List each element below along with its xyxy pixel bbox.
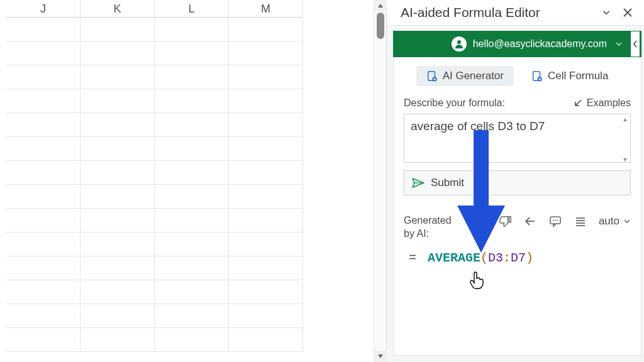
- cell[interactable]: [80, 41, 155, 65]
- cell[interactable]: [80, 137, 155, 161]
- svg-marker-1: [378, 354, 383, 358]
- cell[interactable]: [80, 185, 155, 209]
- cell[interactable]: [229, 304, 303, 328]
- pane-header: AI-aided Formula Editor: [387, 0, 644, 26]
- cell[interactable]: [155, 304, 229, 328]
- column-header[interactable]: M: [229, 0, 303, 18]
- collapse-account-icon[interactable]: [631, 31, 640, 57]
- formula-ref: D7: [511, 251, 526, 265]
- cell[interactable]: [229, 113, 303, 137]
- cell[interactable]: [80, 18, 155, 41]
- cell[interactable]: [80, 65, 155, 89]
- cell[interactable]: [155, 65, 229, 89]
- describe-form: Describe your formula: Examples ▲ ▼: [393, 94, 641, 202]
- cell[interactable]: [80, 256, 155, 280]
- cell[interactable]: [155, 256, 229, 280]
- comment-icon[interactable]: [548, 214, 562, 228]
- cell[interactable]: [6, 65, 80, 89]
- account-dropdown-icon[interactable]: [613, 41, 622, 47]
- cell[interactable]: [229, 65, 303, 89]
- cell[interactable]: [6, 137, 80, 161]
- column-header[interactable]: K: [80, 0, 155, 18]
- describe-label: Describe your formula:: [404, 97, 505, 109]
- cell[interactable]: [229, 328, 303, 352]
- cell[interactable]: [155, 185, 229, 209]
- cell[interactable]: [6, 233, 80, 256]
- auto-dropdown[interactable]: auto: [599, 215, 631, 228]
- cell[interactable]: [80, 161, 155, 185]
- cell[interactable]: [155, 233, 229, 256]
- vertical-scrollbar[interactable]: [374, 0, 386, 362]
- thumb-down-icon[interactable]: [498, 214, 512, 228]
- column-header[interactable]: L: [155, 0, 229, 18]
- svg-marker-0: [378, 4, 383, 8]
- textarea-scroll-up-icon[interactable]: ▲: [621, 116, 629, 123]
- cell[interactable]: [229, 18, 303, 41]
- cell[interactable]: [229, 256, 303, 280]
- cell[interactable]: [80, 280, 155, 304]
- cell[interactable]: [155, 280, 229, 304]
- cell[interactable]: [80, 89, 155, 113]
- cell[interactable]: [6, 161, 80, 185]
- tab-label: AI Generator: [443, 70, 504, 82]
- cell[interactable]: [6, 185, 80, 209]
- cell[interactable]: [155, 18, 229, 41]
- cell[interactable]: [229, 41, 303, 65]
- cell[interactable]: [229, 209, 303, 233]
- cell[interactable]: [6, 256, 80, 280]
- textarea-scroll-down-icon[interactable]: ▼: [621, 156, 629, 163]
- cell[interactable]: [229, 137, 303, 161]
- submit-button[interactable]: Submit: [404, 170, 631, 195]
- tab-label: Cell Formula: [548, 70, 608, 82]
- back-arrow-icon[interactable]: [523, 214, 537, 228]
- cell[interactable]: [80, 209, 155, 233]
- svg-point-20: [557, 220, 558, 221]
- cell[interactable]: [229, 161, 303, 185]
- examples-label: Examples: [587, 97, 631, 109]
- cell[interactable]: [229, 280, 303, 304]
- cell[interactable]: [155, 137, 229, 161]
- cell[interactable]: [80, 328, 155, 352]
- auto-label: auto: [599, 215, 619, 228]
- cell[interactable]: [6, 280, 80, 304]
- thumb-up-icon[interactable]: [473, 214, 487, 228]
- examples-link[interactable]: Examples: [573, 97, 631, 109]
- formula-ref: D3: [488, 251, 503, 265]
- cell[interactable]: [155, 113, 229, 137]
- cell[interactable]: [6, 328, 80, 352]
- generated-area: Generated by AI:: [393, 202, 641, 356]
- cell[interactable]: [155, 41, 229, 65]
- tab-ai-generator[interactable]: AI Generator: [416, 66, 514, 86]
- cell[interactable]: [80, 304, 155, 328]
- cell[interactable]: [80, 233, 155, 256]
- cell[interactable]: [6, 113, 80, 137]
- cell[interactable]: [229, 233, 303, 256]
- cell[interactable]: [6, 41, 80, 65]
- column-header[interactable]: J: [6, 0, 80, 18]
- close-pane-icon[interactable]: [623, 8, 633, 18]
- cell[interactable]: [155, 161, 229, 185]
- cell[interactable]: [229, 89, 303, 113]
- cell[interactable]: [155, 89, 229, 113]
- tab-cell-formula[interactable]: Cell Formula: [521, 66, 618, 86]
- collapse-pane-icon[interactable]: [601, 8, 611, 18]
- cell[interactable]: [155, 209, 229, 233]
- ai-formula-editor-pane: AI-aided Formula Editor hello@easyclicka…: [386, 0, 644, 362]
- cell[interactable]: [6, 304, 80, 328]
- cell[interactable]: [6, 89, 80, 113]
- formula-function: AVERAGE: [428, 251, 480, 265]
- scroll-thumb[interactable]: [377, 13, 384, 39]
- justify-icon[interactable]: [574, 214, 587, 228]
- account-bar[interactable]: hello@easyclickacademy.com: [393, 31, 641, 57]
- generated-formula: = AVERAGE(D3:D7): [404, 250, 631, 266]
- cell[interactable]: [155, 328, 229, 352]
- account-email: hello@easyclickacademy.com: [473, 38, 607, 50]
- spreadsheet-area[interactable]: J K L M: [0, 0, 386, 362]
- cell[interactable]: [6, 18, 80, 41]
- scroll-down-icon[interactable]: [374, 351, 387, 362]
- describe-formula-input[interactable]: [404, 114, 631, 163]
- scroll-up-icon[interactable]: [374, 0, 387, 11]
- cell[interactable]: [80, 113, 155, 137]
- cell[interactable]: [229, 185, 303, 209]
- cell[interactable]: [6, 209, 80, 233]
